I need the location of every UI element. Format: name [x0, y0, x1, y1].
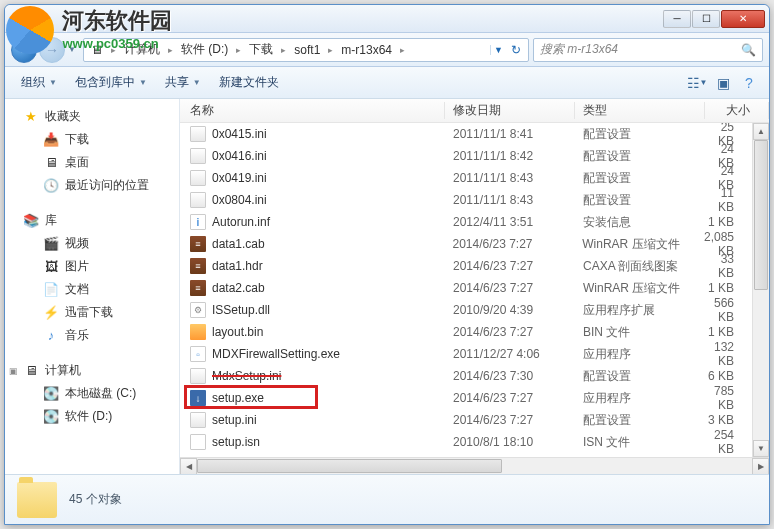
view-options-button[interactable]: ☷ ▼ — [685, 71, 709, 95]
file-date: 2010/9/20 4:39 — [445, 303, 575, 317]
file-date: 2014/6/23 7:27 — [445, 259, 575, 273]
file-name: data2.cab — [212, 281, 265, 295]
navigation-pane[interactable]: ★收藏夹 📥下载 🖥桌面 🕓最近访问的位置 📚库 🎬视频 🖼图片 📄文档 ⚡迅雷… — [5, 99, 180, 474]
file-row[interactable]: layout.bin2014/6/23 7:27BIN 文件1 KB — [180, 321, 752, 343]
organize-menu[interactable]: 组织▼ — [13, 70, 65, 95]
sidebar-item-pictures[interactable]: 🖼图片 — [5, 255, 179, 278]
thunder-icon: ⚡ — [43, 305, 59, 321]
breadcrumb-segment[interactable]: m-r13x64 — [336, 43, 397, 57]
file-name: layout.bin — [212, 325, 263, 339]
file-row[interactable]: Autorun.inf2012/4/11 3:51安装信息1 KB — [180, 211, 752, 233]
file-row[interactable]: 0x0415.ini2011/11/1 8:41配置设置25 KB — [180, 123, 752, 145]
expand-icon[interactable]: ▣ — [9, 366, 19, 376]
scroll-thumb[interactable] — [754, 140, 768, 290]
file-size: 566 KB — [705, 296, 752, 324]
scroll-up-button[interactable]: ▲ — [753, 123, 769, 140]
sidebar-item-documents[interactable]: 📄文档 — [5, 278, 179, 301]
computer-group[interactable]: ▣🖥计算机 — [5, 359, 179, 382]
back-button[interactable]: ← — [11, 37, 37, 63]
file-type: ISN 文件 — [575, 434, 705, 451]
column-name[interactable]: 名称 — [180, 102, 445, 119]
file-row[interactable]: ISSetup.dll2010/9/20 4:39应用程序扩展566 KB — [180, 299, 752, 321]
search-icon[interactable]: 🔍 — [741, 43, 756, 57]
file-row[interactable]: data2.cab2014/6/23 7:27WinRAR 压缩文件1 KB — [180, 277, 752, 299]
file-row[interactable]: 0x0416.ini2011/11/1 8:42配置设置24 KB — [180, 145, 752, 167]
download-icon: 📥 — [43, 132, 59, 148]
address-bar[interactable]: 🖥▸ 计算机▸ 软件 (D:)▸ 下载▸ soft1▸ m-r13x64▸ ▼ … — [83, 38, 529, 62]
sidebar-item-desktop[interactable]: 🖥桌面 — [5, 151, 179, 174]
column-date[interactable]: 修改日期 — [445, 102, 575, 119]
history-dropdown[interactable]: ▼ — [65, 45, 79, 54]
file-type: 配置设置 — [575, 192, 705, 209]
file-row[interactable]: MdxSetup.ini2014/6/23 7:30配置设置6 KB — [180, 365, 752, 387]
file-type: WinRAR 压缩文件 — [574, 236, 704, 253]
file-icon — [190, 346, 206, 362]
file-size: 6 KB — [705, 369, 752, 383]
vertical-scrollbar[interactable]: ▲ ▼ — [752, 123, 769, 457]
search-input[interactable]: 搜索 m-r13x64 🔍 — [533, 38, 763, 62]
share-menu[interactable]: 共享▼ — [157, 70, 209, 95]
file-row[interactable]: setup.exe2014/6/23 7:27应用程序785 KB — [180, 387, 752, 409]
column-size[interactable]: 大小 — [705, 102, 769, 119]
new-folder-button[interactable]: 新建文件夹 — [211, 70, 287, 95]
sidebar-item-videos[interactable]: 🎬视频 — [5, 232, 179, 255]
file-row[interactable]: data1.cab2014/6/23 7:27WinRAR 压缩文件2,085 … — [180, 233, 752, 255]
sidebar-item-drive-c[interactable]: 💽本地磁盘 (C:) — [5, 382, 179, 405]
file-name: MdxSetup.ini — [212, 369, 281, 383]
file-date: 2014/6/23 7:30 — [445, 369, 575, 383]
breadcrumb-segment[interactable]: soft1 — [289, 43, 325, 57]
minimize-button[interactable]: ─ — [663, 10, 691, 28]
sidebar-item-thunder[interactable]: ⚡迅雷下载 — [5, 301, 179, 324]
file-row[interactable]: setup.isn2010/8/1 18:10ISN 文件254 KB — [180, 431, 752, 453]
recent-icon: 🕓 — [43, 178, 59, 194]
include-library-menu[interactable]: 包含到库中▼ — [67, 70, 155, 95]
breadcrumb-segment[interactable]: 软件 (D:) — [176, 41, 233, 58]
file-name: Autorun.inf — [212, 215, 270, 229]
forward-button[interactable]: → — [39, 37, 65, 63]
close-button[interactable]: ✕ — [721, 10, 765, 28]
column-type[interactable]: 类型 — [575, 102, 705, 119]
breadcrumb-segment[interactable]: 计算机 — [119, 41, 165, 58]
file-name: setup.isn — [212, 435, 260, 449]
file-name: MDXFirewallSetting.exe — [212, 347, 340, 361]
file-icon — [190, 148, 206, 164]
file-row[interactable]: data1.hdr2014/6/23 7:27CAXA 剖面线图案33 KB — [180, 255, 752, 277]
file-row[interactable]: MDXFirewallSetting.exe2011/12/27 4:06应用程… — [180, 343, 752, 365]
file-type: BIN 文件 — [575, 324, 705, 341]
file-type: WinRAR 压缩文件 — [575, 280, 705, 297]
horizontal-scrollbar[interactable]: ◀ ▶ — [180, 457, 769, 474]
sidebar-item-drive-d[interactable]: 💽软件 (D:) — [5, 405, 179, 428]
refresh-button[interactable]: ↻ — [506, 43, 526, 57]
file-row[interactable]: 0x0419.ini2011/11/1 8:43配置设置24 KB — [180, 167, 752, 189]
file-icon — [190, 126, 206, 142]
scroll-thumb-h[interactable] — [197, 459, 502, 473]
file-icon — [190, 434, 206, 450]
address-dropdown[interactable]: ▼ — [490, 45, 506, 55]
file-icon — [190, 390, 206, 406]
titlebar[interactable]: ─ ☐ ✕ — [5, 5, 769, 33]
file-list[interactable]: 0x0415.ini2011/11/1 8:41配置设置25 KB0x0416.… — [180, 123, 752, 457]
breadcrumb-segment[interactable]: 下载 — [244, 41, 278, 58]
file-size: 11 KB — [705, 186, 752, 214]
file-row[interactable]: setup.ini2014/6/23 7:27配置设置3 KB — [180, 409, 752, 431]
file-type: 应用程序 — [575, 346, 705, 363]
file-date: 2014/6/23 7:27 — [445, 413, 575, 427]
scroll-down-button[interactable]: ▼ — [753, 440, 769, 457]
maximize-button[interactable]: ☐ — [692, 10, 720, 28]
sidebar-item-music[interactable]: ♪音乐 — [5, 324, 179, 347]
favorites-group[interactable]: ★收藏夹 — [5, 105, 179, 128]
file-row[interactable]: 0x0804.ini2011/11/1 8:43配置设置11 KB — [180, 189, 752, 211]
file-size: 3 KB — [705, 413, 752, 427]
file-date: 2011/11/1 8:43 — [445, 193, 575, 207]
drive-icon: 💽 — [43, 386, 59, 402]
scroll-right-button[interactable]: ▶ — [752, 458, 769, 474]
breadcrumb-icon[interactable]: 🖥 — [86, 43, 108, 57]
file-type: 应用程序扩展 — [575, 302, 705, 319]
preview-pane-button[interactable]: ▣ — [711, 71, 735, 95]
sidebar-item-recent[interactable]: 🕓最近访问的位置 — [5, 174, 179, 197]
scroll-left-button[interactable]: ◀ — [180, 458, 197, 474]
file-icon — [190, 258, 206, 274]
libraries-group[interactable]: 📚库 — [5, 209, 179, 232]
sidebar-item-downloads[interactable]: 📥下载 — [5, 128, 179, 151]
help-button[interactable]: ? — [737, 71, 761, 95]
